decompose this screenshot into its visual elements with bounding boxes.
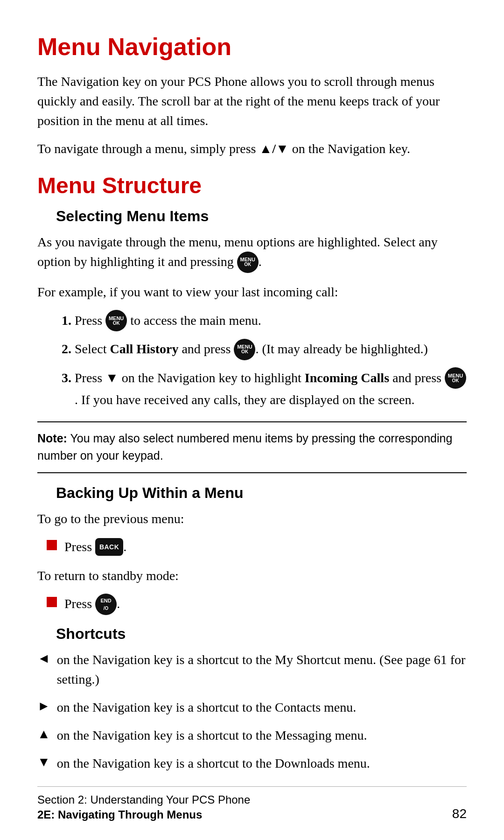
- red-bullet-end: [47, 597, 57, 607]
- shortcut-left: ◄ on the Navigation key is a shortcut to…: [37, 650, 467, 689]
- footer-subsection-label: 2E: Navigating Through Menus: [37, 808, 250, 821]
- footer-left: Section 2: Understanding Your PCS Phone …: [37, 793, 250, 821]
- menu-navigation-heading: Menu Navigation: [37, 33, 467, 61]
- selecting-menu-items-p1: As you navigate through the menu, menu o…: [37, 232, 467, 274]
- shortcut-left-text: on the Navigation key is a shortcut to t…: [57, 650, 467, 689]
- note-text: Note: You may also select numbered menu …: [37, 430, 467, 465]
- footer-section-label: Section 2: Understanding Your PCS Phone: [37, 793, 250, 806]
- shortcut-down: ▼ on the Navigation key is a shortcut to…: [37, 754, 467, 773]
- menu-ok-button-step2: MENUOK: [234, 339, 255, 360]
- note-box: Note: You may also select numbered menu …: [37, 421, 467, 473]
- for-example-text: For example, if you want to view your la…: [37, 282, 467, 302]
- menu-ok-button-step3: MENUOK: [445, 367, 466, 389]
- step-2: Select Call History and press MENUOK . (…: [75, 339, 467, 361]
- numbered-steps: Press MENUOK to access the main menu. Se…: [37, 310, 467, 410]
- left-arrow-icon: ◄: [37, 651, 50, 666]
- menu-navigation-intro: The Navigation key on your PCS Phone all…: [37, 72, 467, 131]
- end-button-item: Press END/O .: [37, 594, 467, 616]
- menu-structure-heading: Menu Structure: [37, 173, 467, 198]
- shortcut-right-text: on the Navigation key is a shortcut to t…: [57, 698, 357, 717]
- selecting-menu-items-heading: Selecting Menu Items: [37, 208, 467, 225]
- up-arrow-icon: ▲: [37, 727, 50, 742]
- shortcut-up: ▲ on the Navigation key is a shortcut to…: [37, 726, 467, 745]
- shortcuts-heading: Shortcuts: [37, 625, 467, 643]
- shortcut-down-text: on the Navigation key is a shortcut to t…: [57, 754, 370, 773]
- shortcut-right: ► on the Navigation key is a shortcut to…: [37, 698, 467, 717]
- red-bullet-back: [47, 540, 57, 550]
- back-button-item: Press BACK.: [37, 537, 467, 557]
- backing-up-heading: Backing Up Within a Menu: [37, 484, 467, 502]
- right-arrow-icon: ►: [37, 699, 50, 714]
- menu-ok-button-step1: MENUOK: [105, 310, 127, 331]
- step-3: Press ▼ on the Navigation key to highlig…: [75, 368, 467, 410]
- end-button: END/O: [95, 594, 117, 615]
- to-go-previous-text: To go to the previous menu:: [37, 509, 467, 529]
- down-arrow-icon: ▼: [37, 755, 50, 770]
- menu-ok-button-inline: MENUOK: [237, 252, 259, 273]
- back-button: BACK: [95, 538, 123, 556]
- press-end-text: Press END/O .: [64, 594, 120, 616]
- step-1: Press MENUOK to access the main menu.: [75, 310, 467, 333]
- to-return-standby-text: To return to standby mode:: [37, 566, 467, 586]
- nav-instruction: To navigate through a menu, simply press…: [37, 139, 467, 159]
- page-number: 82: [452, 806, 467, 821]
- press-back-text: Press BACK.: [64, 537, 126, 557]
- shortcut-up-text: on the Navigation key is a shortcut to t…: [57, 726, 367, 745]
- page-footer: Section 2: Understanding Your PCS Phone …: [37, 786, 467, 821]
